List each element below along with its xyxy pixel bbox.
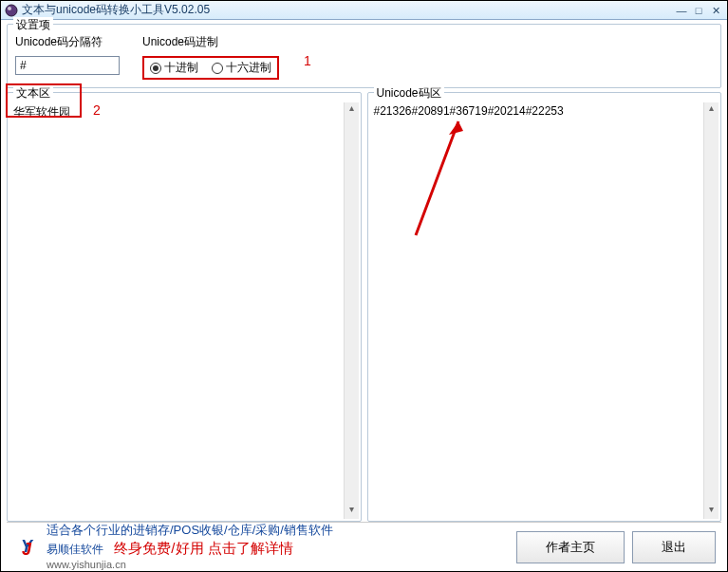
exit-button[interactable]: 退出	[632, 531, 716, 563]
scroll-up-icon[interactable]: ▴	[704, 102, 719, 118]
window-title: 文本与unicode码转换小工具V5.02.05	[22, 2, 674, 18]
ad-banner[interactable]: YJ 适合各个行业的进销存/POS收银/仓库/采购/销售软件 易顺佳软件 终身免…	[12, 523, 509, 571]
separator-label: Unicode码分隔符	[15, 34, 120, 50]
settings-group: 设置项 Unicode码分隔符 Unicode码进制 十进制 十六进制	[7, 24, 721, 88]
annotation-2: 2	[93, 102, 101, 118]
radio-hex[interactable]: 十六进制	[212, 60, 271, 76]
radio-decimal[interactable]: 十进制	[150, 60, 198, 76]
text-pane: 文本区 ▴ ▾ 2	[7, 92, 362, 522]
radio-dot-icon	[212, 63, 223, 74]
radix-label: Unicode码进制	[142, 34, 279, 50]
radio-dot-icon	[150, 63, 161, 74]
footer: YJ 适合各个行业的进销存/POS收银/仓库/采购/销售软件 易顺佳软件 终身免…	[7, 522, 721, 571]
radio-decimal-label: 十进制	[164, 60, 198, 76]
ad-line1: 适合各个行业的进销存/POS收银/仓库/采购/销售软件	[47, 523, 333, 539]
code-output-area[interactable]	[370, 102, 704, 519]
minimize-button[interactable]: —	[674, 4, 689, 17]
titlebar: 文本与unicode码转换小工具V5.02.05 — □ ✕	[1, 1, 727, 20]
svg-point-1	[8, 7, 11, 10]
separator-input[interactable]	[15, 56, 120, 75]
text-scrollbar[interactable]: ▴ ▾	[344, 102, 359, 519]
scroll-down-icon[interactable]: ▾	[345, 504, 359, 519]
radix-radio-group: 十进制 十六进制	[142, 56, 279, 80]
close-button[interactable]: ✕	[708, 4, 723, 17]
ad-brand: 易顺佳软件	[47, 543, 103, 556]
ad-url: www.yishunjia.cn	[47, 558, 333, 571]
code-pane-legend: Unicode码区	[374, 85, 444, 101]
code-scrollbar[interactable]: ▴ ▾	[703, 102, 719, 519]
ad-slogan: 终身免费/好用 点击了解详情	[114, 540, 292, 556]
svg-point-0	[6, 5, 17, 16]
maximize-button[interactable]: □	[691, 4, 706, 17]
window-controls: — □ ✕	[674, 4, 723, 17]
code-pane: Unicode码区 ▴ ▾	[367, 92, 722, 522]
scroll-down-icon[interactable]: ▾	[704, 504, 719, 519]
annotation-box-2	[6, 83, 82, 118]
author-homepage-button[interactable]: 作者主页	[516, 531, 625, 563]
settings-legend: 设置项	[13, 17, 53, 33]
scroll-up-icon[interactable]: ▴	[345, 102, 359, 118]
annotation-1: 1	[304, 53, 311, 68]
app-icon	[5, 4, 18, 17]
text-input-area[interactable]	[9, 102, 344, 519]
ad-logo-icon: YJ	[12, 530, 41, 564]
radio-hex-label: 十六进制	[226, 60, 271, 76]
